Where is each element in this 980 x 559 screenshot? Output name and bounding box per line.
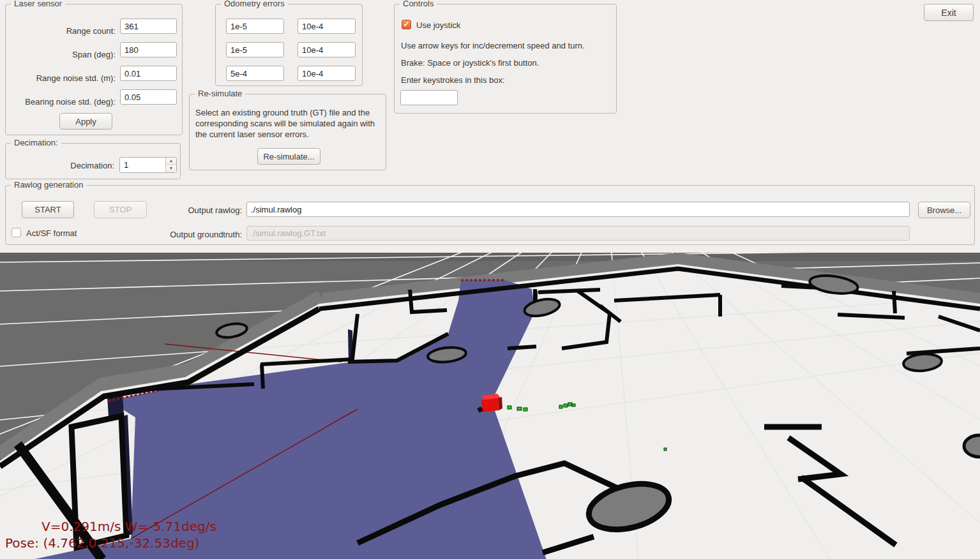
range-noise-input[interactable]: [120, 66, 177, 81]
controls-line-2: Brake: Space or joystick's first button.: [401, 58, 539, 68]
hud-velocity-text: V=0.291m/s W=-5.71deg/s: [41, 519, 216, 534]
range-count-label: Range count:: [6, 26, 116, 36]
controls-title: Controls: [400, 0, 437, 8]
resimulate-title: Re-simulate: [195, 89, 245, 98]
bearing-noise-input[interactable]: [120, 89, 177, 105]
laser-sensor-title: Laser sensor: [11, 0, 65, 8]
controls-line-1: Use arrow keys for inc/decrement speed a…: [401, 41, 585, 50]
odometry-input-3[interactable]: [226, 42, 284, 57]
top-control-panel: Laser sensor Range count: Span (deg): Ra…: [0, 0, 980, 253]
hud-pose-text: Pose: (4.762,0.215,-32.53deg): [5, 535, 199, 551]
bearing-noise-label: Bearing noise std. (deg):: [6, 97, 116, 107]
range-count-input[interactable]: [120, 19, 177, 34]
rawlog-generation-title: Rawlog generation: [11, 180, 86, 190]
odometry-input-1[interactable]: [226, 19, 284, 34]
span-input[interactable]: [120, 42, 177, 57]
resimulate-description: Select an existing ground truth (GT) fil…: [195, 107, 382, 140]
output-rawlog-input[interactable]: [246, 202, 910, 217]
horizon-band: [0, 253, 980, 261]
3d-viewport[interactable]: V=0.291m/s W=-5.71deg/s Pose: (4.762,0.2…: [0, 253, 980, 559]
laser-sensor-group: Laser sensor Range count: Span (deg): Ra…: [5, 4, 183, 135]
odometry-errors-title: Odometry errors: [221, 0, 288, 8]
controls-group: Controls ✓ Use joystick Use arrow keys f…: [394, 4, 617, 114]
decimation-label: Decimation:: [6, 161, 114, 170]
exit-button[interactable]: Exit: [924, 4, 974, 21]
actsf-format-checkbox[interactable]: [11, 228, 21, 237]
apply-button[interactable]: Apply: [59, 113, 112, 130]
use-joystick-checkbox[interactable]: ✓: [402, 20, 411, 29]
odometry-input-5[interactable]: [226, 66, 284, 81]
actsf-format-label: Act/SF format: [26, 228, 77, 238]
start-button[interactable]: START: [22, 201, 74, 218]
odometry-input-6[interactable]: [298, 66, 356, 81]
decimation-input[interactable]: [120, 158, 165, 172]
spin-up-icon[interactable]: ▲: [166, 158, 176, 165]
output-rawlog-label: Output rawlog:: [133, 205, 242, 215]
odometry-input-4[interactable]: [298, 42, 356, 57]
rawlog-generation-group: Rawlog generation START STOP Output rawl…: [5, 185, 975, 245]
odometry-input-2[interactable]: [298, 19, 356, 34]
range-noise-label: Range noise std. (m):: [6, 73, 116, 83]
spin-down-icon[interactable]: ▼: [166, 165, 176, 172]
decimation-spinner[interactable]: ▲ ▼: [119, 157, 177, 173]
controls-line-3: Enter keystrokes in this box:: [401, 75, 505, 85]
odometry-errors-group: Odometry errors: [215, 4, 363, 86]
span-label: Span (deg):: [6, 50, 116, 59]
decimation-spin-buttons[interactable]: ▲ ▼: [165, 158, 176, 172]
use-joystick-label: Use joystick: [416, 20, 460, 30]
output-groundtruth-input: [246, 226, 910, 241]
resimulate-group: Re-simulate Select an existing ground tr…: [189, 94, 386, 170]
output-groundtruth-label: Output groundtruth:: [133, 230, 242, 239]
decimation-title: Decimation:: [11, 138, 61, 147]
decimation-group: Decimation: Decimation: ▲ ▼: [5, 143, 181, 179]
browse-button[interactable]: Browse...: [918, 202, 970, 218]
keystroke-input[interactable]: [400, 90, 458, 105]
resimulate-button[interactable]: Re-simulate...: [257, 148, 320, 165]
